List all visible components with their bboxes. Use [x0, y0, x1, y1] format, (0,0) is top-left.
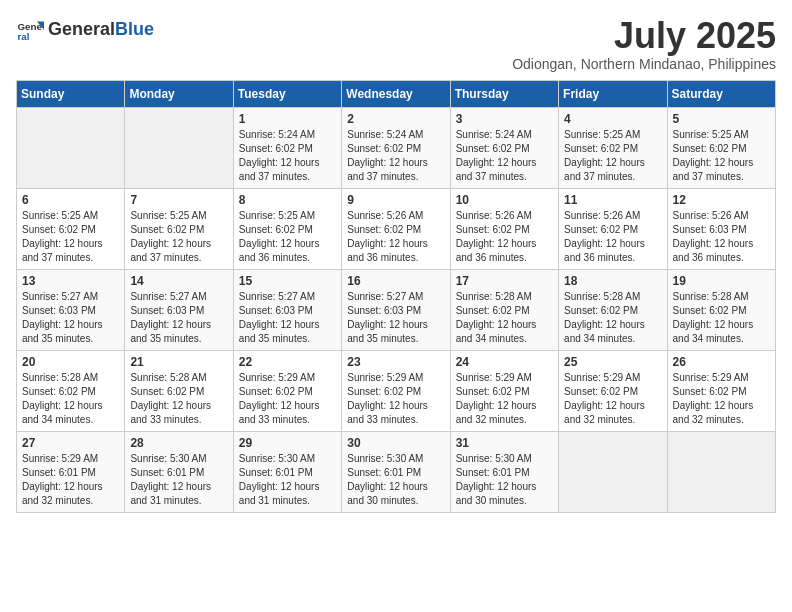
calendar-cell: 25Sunrise: 5:29 AMSunset: 6:02 PMDayligh…: [559, 350, 667, 431]
day-number: 10: [456, 193, 553, 207]
day-number: 22: [239, 355, 336, 369]
day-number: 24: [456, 355, 553, 369]
day-number: 17: [456, 274, 553, 288]
day-number: 3: [456, 112, 553, 126]
day-number: 18: [564, 274, 661, 288]
cell-info: Sunrise: 5:25 AMSunset: 6:02 PMDaylight:…: [564, 128, 661, 184]
calendar-cell: 16Sunrise: 5:27 AMSunset: 6:03 PMDayligh…: [342, 269, 450, 350]
calendar-table: SundayMondayTuesdayWednesdayThursdayFrid…: [16, 80, 776, 513]
cell-info: Sunrise: 5:30 AMSunset: 6:01 PMDaylight:…: [130, 452, 227, 508]
day-number: 31: [456, 436, 553, 450]
day-number: 13: [22, 274, 119, 288]
calendar-header-row: SundayMondayTuesdayWednesdayThursdayFrid…: [17, 80, 776, 107]
calendar-cell: 14Sunrise: 5:27 AMSunset: 6:03 PMDayligh…: [125, 269, 233, 350]
calendar-cell: 21Sunrise: 5:28 AMSunset: 6:02 PMDayligh…: [125, 350, 233, 431]
cell-info: Sunrise: 5:26 AMSunset: 6:02 PMDaylight:…: [347, 209, 444, 265]
cell-info: Sunrise: 5:24 AMSunset: 6:02 PMDaylight:…: [456, 128, 553, 184]
cell-info: Sunrise: 5:25 AMSunset: 6:02 PMDaylight:…: [673, 128, 770, 184]
day-number: 12: [673, 193, 770, 207]
calendar-cell: 17Sunrise: 5:28 AMSunset: 6:02 PMDayligh…: [450, 269, 558, 350]
calendar-cell: 18Sunrise: 5:28 AMSunset: 6:02 PMDayligh…: [559, 269, 667, 350]
calendar-week-row: 27Sunrise: 5:29 AMSunset: 6:01 PMDayligh…: [17, 431, 776, 512]
page-header: Gene ral GeneralBlue July 2025 Odiongan,…: [16, 16, 776, 72]
day-number: 9: [347, 193, 444, 207]
day-number: 8: [239, 193, 336, 207]
cell-info: Sunrise: 5:24 AMSunset: 6:02 PMDaylight:…: [239, 128, 336, 184]
calendar-cell: 7Sunrise: 5:25 AMSunset: 6:02 PMDaylight…: [125, 188, 233, 269]
cell-info: Sunrise: 5:26 AMSunset: 6:02 PMDaylight:…: [456, 209, 553, 265]
day-number: 20: [22, 355, 119, 369]
cell-info: Sunrise: 5:26 AMSunset: 6:02 PMDaylight:…: [564, 209, 661, 265]
svg-text:ral: ral: [17, 31, 29, 42]
day-number: 1: [239, 112, 336, 126]
cell-info: Sunrise: 5:29 AMSunset: 6:02 PMDaylight:…: [673, 371, 770, 427]
column-header-saturday: Saturday: [667, 80, 775, 107]
day-number: 6: [22, 193, 119, 207]
month-title: July 2025: [512, 16, 776, 56]
cell-info: Sunrise: 5:28 AMSunset: 6:02 PMDaylight:…: [673, 290, 770, 346]
column-header-thursday: Thursday: [450, 80, 558, 107]
cell-info: Sunrise: 5:24 AMSunset: 6:02 PMDaylight:…: [347, 128, 444, 184]
calendar-cell: 26Sunrise: 5:29 AMSunset: 6:02 PMDayligh…: [667, 350, 775, 431]
calendar-cell: 12Sunrise: 5:26 AMSunset: 6:03 PMDayligh…: [667, 188, 775, 269]
calendar-cell: 23Sunrise: 5:29 AMSunset: 6:02 PMDayligh…: [342, 350, 450, 431]
calendar-cell: 1Sunrise: 5:24 AMSunset: 6:02 PMDaylight…: [233, 107, 341, 188]
calendar-cell: 24Sunrise: 5:29 AMSunset: 6:02 PMDayligh…: [450, 350, 558, 431]
day-number: 11: [564, 193, 661, 207]
day-number: 16: [347, 274, 444, 288]
day-number: 5: [673, 112, 770, 126]
calendar-cell: 2Sunrise: 5:24 AMSunset: 6:02 PMDaylight…: [342, 107, 450, 188]
day-number: 2: [347, 112, 444, 126]
cell-info: Sunrise: 5:28 AMSunset: 6:02 PMDaylight:…: [22, 371, 119, 427]
cell-info: Sunrise: 5:25 AMSunset: 6:02 PMDaylight:…: [22, 209, 119, 265]
cell-info: Sunrise: 5:30 AMSunset: 6:01 PMDaylight:…: [456, 452, 553, 508]
column-header-tuesday: Tuesday: [233, 80, 341, 107]
cell-info: Sunrise: 5:28 AMSunset: 6:02 PMDaylight:…: [456, 290, 553, 346]
day-number: 7: [130, 193, 227, 207]
cell-info: Sunrise: 5:30 AMSunset: 6:01 PMDaylight:…: [239, 452, 336, 508]
location-title: Odiongan, Northern Mindanao, Philippines: [512, 56, 776, 72]
calendar-cell: 19Sunrise: 5:28 AMSunset: 6:02 PMDayligh…: [667, 269, 775, 350]
cell-info: Sunrise: 5:26 AMSunset: 6:03 PMDaylight:…: [673, 209, 770, 265]
cell-info: Sunrise: 5:30 AMSunset: 6:01 PMDaylight:…: [347, 452, 444, 508]
calendar-cell: [667, 431, 775, 512]
column-header-wednesday: Wednesday: [342, 80, 450, 107]
calendar-cell: 10Sunrise: 5:26 AMSunset: 6:02 PMDayligh…: [450, 188, 558, 269]
calendar-cell: [559, 431, 667, 512]
title-block: July 2025 Odiongan, Northern Mindanao, P…: [512, 16, 776, 72]
day-number: 25: [564, 355, 661, 369]
calendar-cell: [17, 107, 125, 188]
cell-info: Sunrise: 5:29 AMSunset: 6:01 PMDaylight:…: [22, 452, 119, 508]
calendar-cell: 27Sunrise: 5:29 AMSunset: 6:01 PMDayligh…: [17, 431, 125, 512]
day-number: 21: [130, 355, 227, 369]
calendar-cell: 28Sunrise: 5:30 AMSunset: 6:01 PMDayligh…: [125, 431, 233, 512]
cell-info: Sunrise: 5:25 AMSunset: 6:02 PMDaylight:…: [130, 209, 227, 265]
calendar-cell: 8Sunrise: 5:25 AMSunset: 6:02 PMDaylight…: [233, 188, 341, 269]
cell-info: Sunrise: 5:29 AMSunset: 6:02 PMDaylight:…: [347, 371, 444, 427]
cell-info: Sunrise: 5:28 AMSunset: 6:02 PMDaylight:…: [564, 290, 661, 346]
day-number: 29: [239, 436, 336, 450]
cell-info: Sunrise: 5:27 AMSunset: 6:03 PMDaylight:…: [239, 290, 336, 346]
cell-info: Sunrise: 5:29 AMSunset: 6:02 PMDaylight:…: [564, 371, 661, 427]
cell-info: Sunrise: 5:29 AMSunset: 6:02 PMDaylight:…: [456, 371, 553, 427]
calendar-cell: 11Sunrise: 5:26 AMSunset: 6:02 PMDayligh…: [559, 188, 667, 269]
calendar-cell: 5Sunrise: 5:25 AMSunset: 6:02 PMDaylight…: [667, 107, 775, 188]
day-number: 26: [673, 355, 770, 369]
logo: Gene ral GeneralBlue: [16, 16, 154, 44]
calendar-cell: 29Sunrise: 5:30 AMSunset: 6:01 PMDayligh…: [233, 431, 341, 512]
cell-info: Sunrise: 5:27 AMSunset: 6:03 PMDaylight:…: [22, 290, 119, 346]
day-number: 14: [130, 274, 227, 288]
calendar-cell: 31Sunrise: 5:30 AMSunset: 6:01 PMDayligh…: [450, 431, 558, 512]
calendar-cell: 15Sunrise: 5:27 AMSunset: 6:03 PMDayligh…: [233, 269, 341, 350]
column-header-friday: Friday: [559, 80, 667, 107]
day-number: 28: [130, 436, 227, 450]
day-number: 27: [22, 436, 119, 450]
calendar-cell: 3Sunrise: 5:24 AMSunset: 6:02 PMDaylight…: [450, 107, 558, 188]
calendar-cell: 4Sunrise: 5:25 AMSunset: 6:02 PMDaylight…: [559, 107, 667, 188]
cell-info: Sunrise: 5:27 AMSunset: 6:03 PMDaylight:…: [347, 290, 444, 346]
calendar-week-row: 20Sunrise: 5:28 AMSunset: 6:02 PMDayligh…: [17, 350, 776, 431]
column-header-monday: Monday: [125, 80, 233, 107]
cell-info: Sunrise: 5:25 AMSunset: 6:02 PMDaylight:…: [239, 209, 336, 265]
day-number: 19: [673, 274, 770, 288]
calendar-week-row: 6Sunrise: 5:25 AMSunset: 6:02 PMDaylight…: [17, 188, 776, 269]
